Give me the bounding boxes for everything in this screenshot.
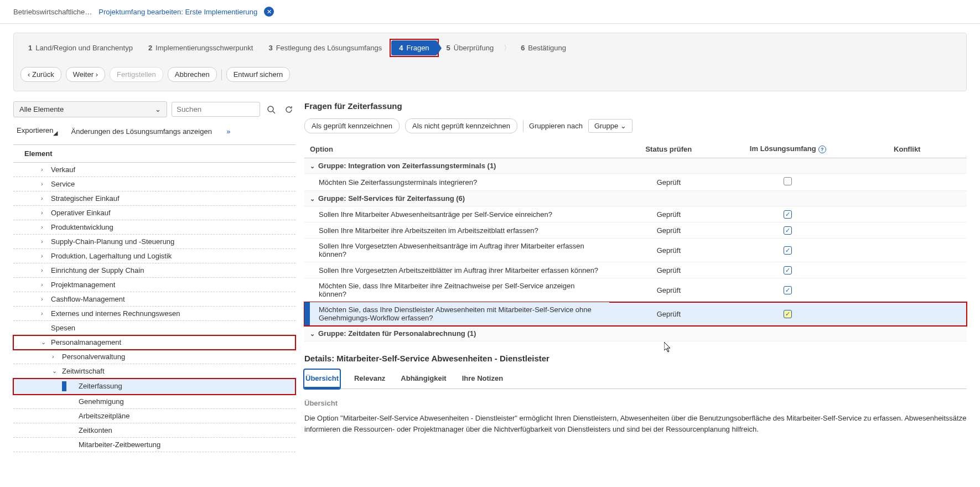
tree-item[interactable]: ›Cashflow-Management: [13, 292, 295, 307]
col-status: Status prüfen: [609, 140, 728, 158]
scope-checkbox[interactable]: ✓: [784, 286, 792, 294]
tree-item[interactable]: Zeiterfassung: [13, 379, 295, 395]
scope-checkbox[interactable]: ✓: [784, 246, 792, 255]
mark-checked-button[interactable]: Als geprüft kennzeichnen: [304, 118, 400, 133]
status-cell: Geprüft: [609, 222, 728, 239]
scope-checkbox[interactable]: ✓: [784, 226, 792, 235]
tree-item-label: Service: [51, 180, 75, 188]
next-button[interactable]: Weiter ›: [66, 67, 105, 82]
tree-item-label: Verkauf: [51, 165, 75, 174]
tab-dependency[interactable]: Abhängigkeit: [400, 370, 447, 388]
tree-item[interactable]: ›Verkauf: [13, 163, 295, 177]
chevron-icon: ›: [41, 224, 48, 230]
question-text: Möchten Sie, dass Ihre Mitarbeiter ihre …: [319, 282, 574, 298]
more-icon[interactable]: »: [222, 125, 235, 138]
svg-line-1: [273, 111, 275, 113]
wizard-step-4[interactable]: 4Fragen: [391, 40, 437, 55]
breadcrumb-parent[interactable]: Betriebswirtschaftliche…: [13, 8, 92, 16]
wizard-step-2[interactable]: 2Implementierungsschwerpunkt: [141, 40, 261, 55]
tree-item-label: Supply-Chain-Planung und -Steuerung: [51, 237, 174, 246]
tree-item-label: Operativer Einkauf: [51, 209, 111, 217]
save-draft-button[interactable]: Entwurf sichern: [226, 67, 291, 82]
tree-item[interactable]: ›Service: [13, 177, 295, 191]
question-row[interactable]: Sollen Ihre Mitarbeiter ihre Arbeitszeit…: [304, 222, 967, 239]
question-row[interactable]: Möchten Sie, dass Ihre Dienstleister Abw…: [304, 302, 967, 326]
tree-item[interactable]: ›Einrichtung der Supply Chain: [13, 263, 295, 278]
status-cell: Geprüft: [609, 278, 728, 302]
tree-item[interactable]: ›Personalverwaltung: [13, 350, 295, 364]
question-row[interactable]: Sollen Ihre Vorgesetzten Arbeitszeitblät…: [304, 262, 967, 278]
refresh-icon[interactable]: [282, 103, 295, 116]
mark-unchecked-button[interactable]: Als nicht geprüft kennzeichnen: [405, 118, 517, 133]
tree-item[interactable]: ›Produktentwicklung: [13, 220, 295, 235]
tree-item[interactable]: Arbeitszeitpläne: [13, 409, 295, 423]
chevron-down-icon: ⌄: [310, 163, 315, 169]
divider: [523, 121, 523, 132]
scope-checkbox[interactable]: [784, 177, 792, 185]
group-by-select[interactable]: Gruppe ⌄: [588, 119, 632, 133]
tree-item[interactable]: ›Supply-Chain-Planung und -Steuerung: [13, 235, 295, 249]
chevron-down-icon: ⌄: [155, 105, 161, 113]
wizard-step-5[interactable]: 5Überprüfung: [439, 40, 502, 55]
tree-item[interactable]: Mitarbeiter-Zeitbewertung: [13, 438, 295, 452]
status-cell: Geprüft: [609, 262, 728, 278]
tree-item[interactable]: Spesen: [13, 321, 295, 335]
svg-point-0: [268, 106, 273, 112]
scope-checkbox[interactable]: ✓: [784, 310, 792, 318]
tree-item-label: Projektmanagement: [51, 281, 115, 289]
wizard-steps: 1Land/Region und Branchentyp 2Implementi…: [20, 39, 960, 57]
scope-checkbox[interactable]: ✓: [784, 210, 792, 219]
tab-notes[interactable]: Ihre Notizen: [461, 370, 504, 388]
tree-item[interactable]: ›Operativer Einkauf: [13, 206, 295, 220]
group-row[interactable]: ⌄Gruppe: Self-Services für Zeiterfassung…: [304, 191, 967, 206]
chevron-icon: ›: [41, 195, 48, 201]
tree-item[interactable]: ›Strategischer Einkauf: [13, 191, 295, 206]
tree-item[interactable]: ⌄Personalmanagement: [13, 335, 295, 350]
left-panel: Alle Elemente ⌄ Exportieren◢ Änderungen …: [13, 101, 295, 452]
question-row[interactable]: Möchten Sie, dass Ihre Mitarbeiter ihre …: [304, 278, 967, 302]
group-title: Gruppe: Integration von Zeiterfassungste…: [318, 162, 496, 170]
conflict-cell: [848, 206, 967, 222]
questions-title: Fragen für Zeiterfassung: [304, 101, 967, 111]
info-icon[interactable]: ?: [818, 146, 826, 153]
chevron-icon: ⌄: [52, 367, 59, 375]
filter-select[interactable]: Alle Elemente ⌄: [13, 101, 167, 117]
wizard-step-1[interactable]: 1Land/Region und Branchentyp: [20, 40, 141, 55]
tab-relevance[interactable]: Relevanz: [353, 370, 386, 388]
col-conflict: Konflikt: [848, 140, 967, 158]
tree-item[interactable]: ⌄Zeitwirtschaft: [13, 364, 295, 379]
selection-bar: [304, 302, 310, 325]
show-changes-button[interactable]: Änderungen des Lösungsumfangs anzeigen: [68, 125, 215, 138]
tree-item[interactable]: Genehmigung: [13, 395, 295, 409]
wizard-step-3[interactable]: 3Festlegung des Lösungsumfangs: [261, 40, 390, 55]
search-input[interactable]: [172, 102, 260, 117]
question-text: Sollen Ihre Vorgesetzten Arbeitszeitblät…: [319, 266, 598, 274]
export-button[interactable]: Exportieren◢: [13, 124, 61, 139]
tree-item[interactable]: ›Produktion, Lagerhaltung und Logistik: [13, 249, 295, 263]
group-row[interactable]: ⌄Gruppe: Zeitdaten für Personalabrechnun…: [304, 326, 967, 341]
chevron-down-icon: ⌄: [310, 330, 315, 337]
question-row[interactable]: Möchten Sie Zeiterfassungsterminals inte…: [304, 174, 967, 191]
chevron-icon: ›: [41, 166, 48, 173]
group-title: Gruppe: Self-Services für Zeiterfassung …: [318, 194, 465, 203]
tab-overview[interactable]: Übersicht: [304, 370, 340, 388]
question-row[interactable]: Sollen Ihre Mitarbeiter Abwesenheitsantr…: [304, 206, 967, 222]
tree-item[interactable]: Zeitkonten: [13, 423, 295, 438]
chevron-icon: ›: [52, 353, 59, 360]
question-text: Möchten Sie, dass Ihre Dienstleister Abw…: [319, 305, 592, 322]
back-button[interactable]: ‹ Zurück: [20, 67, 61, 82]
tree-item[interactable]: ›Projektmanagement: [13, 278, 295, 292]
question-row[interactable]: Sollen Ihre Vorgesetzten Abwesenheitsant…: [304, 239, 967, 262]
group-row[interactable]: ⌄Gruppe: Integration von Zeiterfassungst…: [304, 158, 967, 174]
tree-item[interactable]: ›Externes und internes Rechnungswesen: [13, 307, 295, 321]
chevron-icon: ›: [41, 310, 48, 317]
wizard-step-6[interactable]: 6Bestätigung: [513, 40, 574, 55]
scope-checkbox[interactable]: ✓: [784, 266, 792, 274]
close-icon[interactable]: ✕: [264, 7, 274, 17]
search-icon[interactable]: [265, 103, 278, 116]
highlight-box-wizard: 4Fragen: [390, 39, 438, 57]
conflict-cell: [848, 239, 967, 262]
tree-item-label: Cashflow-Management: [51, 295, 125, 303]
cancel-button[interactable]: Abbrechen: [168, 67, 217, 82]
conflict-cell: [848, 174, 967, 191]
